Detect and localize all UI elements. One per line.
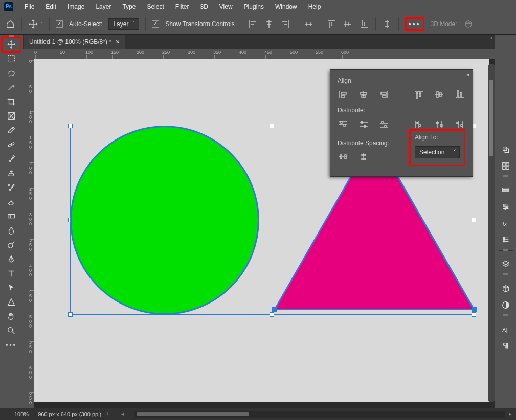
vertical-ruler[interactable]: 050100150200250300350400450500550600650 <box>23 49 34 408</box>
scroll-right-icon[interactable]: ▸ <box>509 411 512 417</box>
distribute-h-icon[interactable] <box>303 19 313 29</box>
auto-select-checkbox[interactable] <box>56 20 63 28</box>
brush-tool[interactable] <box>3 152 20 166</box>
horizontal-scrollbar[interactable] <box>134 411 505 418</box>
channels-panel-icon[interactable] <box>497 297 514 313</box>
zoom-level[interactable]: 100% <box>0 411 38 417</box>
distribute-spacing-label: Distribute Spacing: <box>338 139 389 147</box>
frame-tool[interactable] <box>3 109 20 123</box>
marquee-tool[interactable] <box>3 52 20 65</box>
document-tab-title: Untitled-1 @ 100% (RGB/8*) * <box>29 38 111 45</box>
distribute-vertical-spacing-icon[interactable] <box>358 152 369 162</box>
menu-plugins[interactable]: Plugins <box>239 2 269 11</box>
panel-collapse-icon[interactable]: ◂ <box>490 35 495 40</box>
align-vertical-centers-icon[interactable] <box>434 89 445 100</box>
align-bottom-icon[interactable] <box>359 19 369 29</box>
swatches-panel-icon[interactable] <box>497 158 514 174</box>
styles-panel-icon[interactable]: fx <box>497 216 514 231</box>
align-right-edges-icon[interactable] <box>378 89 390 100</box>
eyedropper-tool[interactable] <box>3 124 20 137</box>
align-top-icon[interactable] <box>326 19 336 29</box>
document-info[interactable]: 960 px x 640 px (300 ppi) <box>38 411 101 417</box>
align-hcenter-icon[interactable] <box>264 19 274 29</box>
align-to-label: Align To: <box>415 134 460 141</box>
menu-type[interactable]: Type <box>117 2 141 11</box>
libraries-panel-icon[interactable] <box>497 232 514 247</box>
lasso-tool[interactable] <box>3 66 20 80</box>
menu-3d[interactable]: 3D <box>195 2 213 11</box>
menu-filter[interactable]: Filter <box>170 2 194 11</box>
move-tool-icon[interactable] <box>28 19 38 29</box>
align-horizontal-centers-icon[interactable] <box>358 89 369 100</box>
align-right-icon[interactable] <box>280 19 290 29</box>
distribute-horizontal-spacing-icon[interactable] <box>338 152 349 162</box>
ellipse-shape[interactable] <box>70 126 259 315</box>
align-section-label: Align: <box>338 77 465 84</box>
document-tab[interactable]: Untitled-1 @ 100% (RGB/8*) * × <box>24 35 125 49</box>
pen-tool[interactable] <box>3 252 20 266</box>
align-vcenter-icon[interactable] <box>343 19 353 29</box>
menu-layer[interactable]: Layer <box>91 2 116 11</box>
adjustments-panel-icon[interactable] <box>497 199 514 215</box>
move-tool[interactable] <box>3 38 20 51</box>
history-brush-tool[interactable] <box>3 181 20 194</box>
menu-file[interactable]: File <box>19 2 39 11</box>
distribute-bottom-edges-icon[interactable] <box>378 119 390 129</box>
blur-tool[interactable] <box>3 224 20 237</box>
paragraph-panel-icon[interactable] <box>497 338 514 354</box>
align-to-dropdown[interactable]: Selection <box>415 146 460 158</box>
zoom-tool[interactable] <box>3 324 20 337</box>
menu-select[interactable]: Select <box>142 2 169 11</box>
healing-brush-tool[interactable] <box>3 138 20 151</box>
menu-image[interactable]: Image <box>62 2 89 11</box>
hand-tool[interactable] <box>3 310 20 323</box>
menu-edit[interactable]: Edit <box>40 2 61 11</box>
layers-panel-icon[interactable] <box>497 256 514 272</box>
menu-window[interactable]: Window <box>270 2 302 11</box>
align-bottom-edges-icon[interactable] <box>454 89 465 100</box>
eraser-tool[interactable] <box>3 195 20 208</box>
more-options-button[interactable]: ••• <box>405 17 424 31</box>
app-logo: Ps <box>4 2 13 11</box>
layer-dropdown[interactable]: Layer <box>108 18 139 30</box>
align-top-edges-icon[interactable] <box>413 89 424 100</box>
path-selection-tool[interactable] <box>3 281 20 294</box>
menu-view[interactable]: View <box>214 2 238 11</box>
distribute-horizontal-centers-icon[interactable] <box>434 119 445 129</box>
svg-point-4 <box>8 184 10 186</box>
properties-panel-icon[interactable] <box>497 183 514 198</box>
show-transform-checkbox[interactable] <box>152 20 159 28</box>
shape-tool[interactable] <box>3 295 20 309</box>
dodge-tool[interactable] <box>3 238 20 251</box>
3d-orbit-icon[interactable] <box>463 19 474 29</box>
ellipsis-icon: ••• <box>409 20 421 28</box>
distribute-left-edges-icon[interactable] <box>413 119 424 129</box>
align-left-icon[interactable] <box>248 19 258 29</box>
align-left-edges-icon[interactable] <box>338 89 349 100</box>
magic-wand-tool[interactable] <box>3 81 20 94</box>
crop-tool[interactable] <box>3 95 20 108</box>
close-panel-icon[interactable]: ◂ <box>466 71 469 78</box>
3d-panel-icon[interactable] <box>497 281 514 296</box>
vertical-scrollbar[interactable] <box>488 64 495 402</box>
path-handle[interactable] <box>472 307 477 312</box>
color-panel-icon[interactable] <box>497 142 514 157</box>
distribute-section-label: Distribute: <box>338 107 465 114</box>
distribute-right-edges-icon[interactable] <box>454 119 465 129</box>
distribute-top-edges-icon[interactable] <box>338 119 349 129</box>
clone-stamp-tool[interactable] <box>3 167 20 180</box>
ruler-tick-label: 50 <box>60 50 65 55</box>
close-tab-icon[interactable]: × <box>116 38 120 46</box>
menu-help[interactable]: Help <box>303 2 326 11</box>
scroll-left-icon[interactable]: ◂ <box>121 411 124 417</box>
character-panel-icon[interactable]: A| <box>497 322 514 337</box>
edit-toolbar-icon[interactable]: ••• <box>3 338 20 352</box>
type-tool[interactable] <box>3 267 20 280</box>
home-icon[interactable] <box>5 19 15 29</box>
distribute-v-icon[interactable] <box>382 19 392 29</box>
distribute-vertical-centers-icon[interactable] <box>358 119 369 129</box>
horizontal-ruler[interactable]: 050100150200250300350400450500550600 <box>34 49 495 59</box>
doc-info-chevron-icon[interactable]: 〉 <box>106 411 111 417</box>
path-handle[interactable] <box>272 307 277 312</box>
gradient-tool[interactable] <box>3 209 20 223</box>
